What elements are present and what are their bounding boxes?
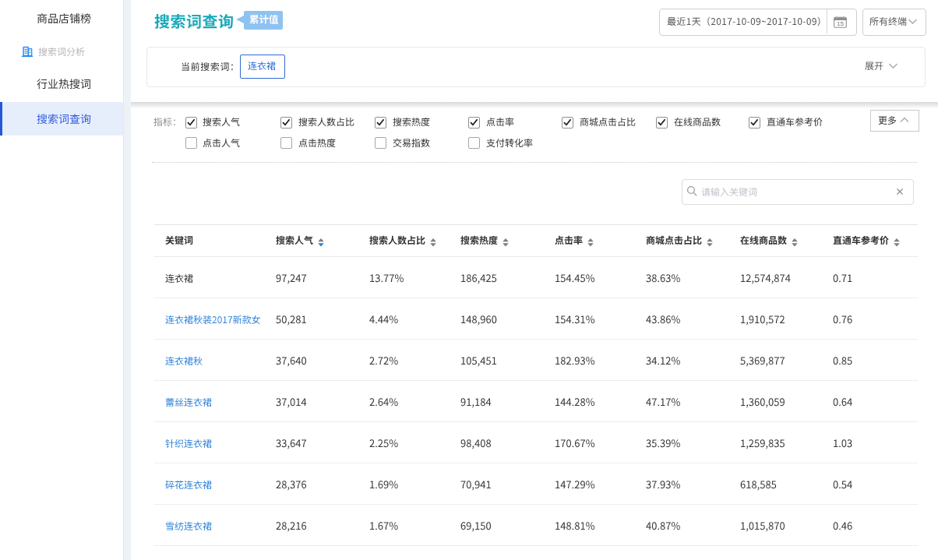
svg-text:15: 15 bbox=[837, 20, 844, 27]
